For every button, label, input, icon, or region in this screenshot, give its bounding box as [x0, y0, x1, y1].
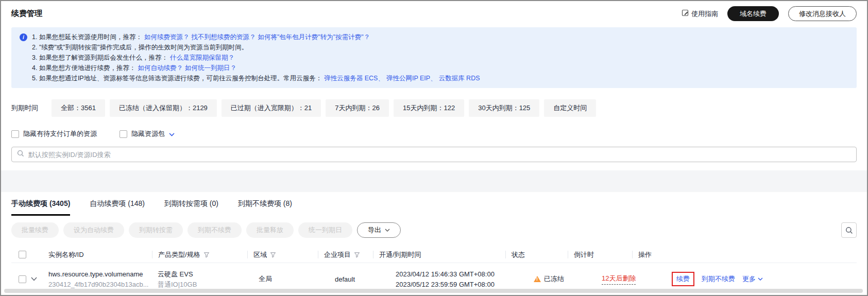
horizontal-scrollbar-track	[4, 289, 863, 293]
more-link[interactable]: 更多	[742, 274, 763, 284]
domain-renew-button[interactable]: 域名续费	[727, 6, 779, 21]
link-grace-retention-period[interactable]: 什么是宽限期保留期？	[170, 54, 234, 61]
header-region: 区域	[247, 251, 324, 258]
notice-banner: i 1. 如果您想延长资源使用时间，推荐：如何续费资源？找不到想续费的资源？如何…	[11, 27, 857, 88]
chip-expire-15-days[interactable]: 15天内到期：122	[394, 99, 464, 117]
expiry-filter-chips: 全部：3561 已冻结（进入保留期）：2129 已过期（进入宽限期）：21 7天…	[52, 99, 596, 117]
hide-resource-package-checkbox[interactable]: 隐藏资源包	[120, 129, 175, 138]
notice-separator: 、	[378, 75, 384, 82]
renewal-table: 实例名称/ID 产品类型/规格 区域 企业项目 开通/到期时间	[11, 247, 857, 295]
batch-release-button[interactable]: 批量释放	[246, 222, 294, 238]
table-search-button[interactable]	[841, 222, 857, 238]
chevron-down-icon	[385, 229, 390, 232]
search-icon	[17, 150, 24, 159]
search-icon	[845, 227, 853, 234]
chip-custom-time[interactable]: 自定义时间	[544, 99, 596, 117]
hide-pending-orders-checkbox[interactable]: 隐藏有待支付订单的资源	[11, 129, 97, 138]
row-checkbox[interactable]	[11, 275, 31, 283]
chip-expire-30-days[interactable]: 30天内到期：125	[469, 99, 539, 117]
hide-pending-orders-label: 隐藏有待支付订单的资源	[23, 129, 97, 138]
warning-icon	[534, 276, 541, 282]
link-rds-console[interactable]: 云数据库 RDS	[439, 75, 480, 82]
expiry-filter-label: 到期时间	[11, 103, 38, 113]
expiry-filter-row: 到期时间 全部：3561 已冻结（进入保留期）：2129 已过期（进入宽限期）：…	[11, 99, 857, 117]
tab-auto-renewal[interactable]: 自动续费项 (148)	[90, 199, 145, 216]
notice-line-5: 5. 如果您想通过IP地址、资源标签等信息筛选资源进行续费，可前往云服务控制台处…	[32, 73, 848, 83]
chip-all[interactable]: 全部：3561	[52, 99, 105, 117]
link-cannot-find-resource[interactable]: 找不到想续费的资源？	[191, 33, 256, 41]
link-ecs-console[interactable]: 弹性云服务器 ECS	[324, 75, 378, 82]
modify-message-receiver-button[interactable]: 修改消息接收人	[788, 6, 857, 21]
region-cell: 全局	[259, 274, 335, 284]
export-label: 导出	[368, 225, 381, 235]
tab-no-renewal[interactable]: 到期不续费项 (8)	[238, 199, 292, 216]
chevron-down-icon	[758, 277, 763, 281]
horizontal-scrollbar[interactable]	[4, 289, 863, 293]
row-expand-toggle[interactable]	[31, 277, 48, 281]
header-status: 状态	[505, 251, 573, 258]
renew-link[interactable]: 续费	[676, 275, 690, 283]
hide-options-row: 隐藏有待支付订单的资源 隐藏资源包	[11, 129, 857, 138]
table-header-row: 实例名称/ID 产品类型/规格 区域 企业项目 开通/到期时间	[11, 247, 857, 263]
instance-name-cell: hws.resource.type.volumename 230412_4fb1…	[48, 270, 158, 289]
header-product-type: 产品类型/规格	[152, 251, 253, 258]
info-icon: i	[20, 33, 27, 41]
product-spec: 普通IO|10GB	[158, 280, 197, 289]
chip-expired-grace[interactable]: 已过期（进入宽限期）：21	[222, 99, 321, 117]
product-type: 云硬盘 EVS	[158, 270, 197, 278]
enterprise-project-cell: default	[335, 275, 396, 283]
link-yearly-to-ondemand[interactable]: 如何将"包年包月计费"转为"按需计费"？	[258, 33, 370, 41]
notice-line-2: 2. "续费"或"到期转按需"操作完成后，操作的生效时间为资源当前到期时间。	[32, 42, 848, 53]
status-badge: 已冻结	[544, 274, 564, 284]
chevron-down-icon	[31, 277, 37, 281]
notice-text: 1. 如果您想延长资源使用时间，推荐：	[32, 33, 142, 41]
usage-guide-link[interactable]: 使用指南	[682, 9, 718, 19]
link-unify-expiry-date[interactable]: 如何统一到期日？	[185, 64, 236, 72]
renewal-list-card: 手动续费项 (3405) 自动续费项 (148) 到期转按需项 (0) 到期不续…	[1, 192, 867, 295]
chip-expire-7-days[interactable]: 7天内到期：26	[326, 99, 389, 117]
tab-manual-renewal[interactable]: 手动续费项 (3405)	[11, 199, 70, 216]
filter-funnel-icon[interactable]	[354, 252, 360, 258]
top-bar: 续费管理 使用指南 域名续费 修改消息接收人	[1, 1, 867, 25]
link-eip-console[interactable]: 弹性公网IP EIP	[386, 75, 430, 82]
notice-text: 4. 如果您想方便地进行续费，推荐：	[32, 64, 135, 72]
usage-guide-label: 使用指南	[691, 9, 718, 19]
chevron-down-icon[interactable]	[169, 129, 175, 138]
open-time: 2023/04/12 15:46:33 GMT+08:00	[396, 270, 495, 278]
set-auto-renew-button[interactable]: 设为自动续费	[63, 222, 124, 238]
filter-funnel-icon[interactable]	[270, 252, 276, 258]
status-cell: 已冻结	[534, 274, 602, 284]
notice-text: 2. "续费"或"到期转按需"操作完成后，操作的生效时间为资源当前到期时间。	[32, 44, 248, 51]
header-countdown: 倒计时	[568, 251, 638, 258]
countdown-text[interactable]: 12天后删除	[602, 274, 636, 285]
chip-frozen-retention[interactable]: 已冻结（进入保留期）：2129	[110, 99, 217, 117]
hide-resource-package-label: 隐藏资源包	[131, 129, 165, 138]
page-title: 续费管理	[11, 9, 42, 19]
no-renew-link[interactable]: 到期不续费	[702, 274, 735, 284]
top-bar-actions: 使用指南 域名续费 修改消息接收人	[682, 6, 857, 21]
notice-text: 3. 如果您想了解资源到期后会发生什么，推荐：	[32, 54, 168, 61]
link-auto-renew[interactable]: 如何自动续费？	[138, 64, 183, 72]
link-how-to-renew[interactable]: 如何续费资源？	[144, 33, 190, 41]
more-label: 更多	[742, 274, 756, 284]
instance-id: 230412_4fb17d90b2304b13acb...	[48, 280, 148, 289]
section-divider-band	[1, 170, 867, 192]
unify-expiry-date-button[interactable]: 统一到期日	[298, 222, 352, 238]
notice-separator: 、	[430, 75, 437, 82]
checkbox[interactable]	[11, 130, 19, 138]
filter-funnel-icon[interactable]	[203, 252, 210, 258]
no-renew-button[interactable]: 到期不续费	[188, 222, 242, 238]
tab-change-to-ondemand[interactable]: 到期转按需项 (0)	[164, 199, 218, 216]
export-button[interactable]: 导出	[357, 222, 401, 238]
notice-text: 5. 如果您想通过IP地址、资源标签等信息筛选资源进行续费，可前往云服务控制台处…	[32, 75, 322, 82]
notice-line-1: 1. 如果您想延长资源使用时间，推荐：如何续费资源？找不到想续费的资源？如何将"…	[32, 32, 848, 42]
expiry-time: 2023/05/12 23:59:59 GMT+08:00	[396, 280, 495, 289]
change-to-ondemand-button[interactable]: 到期转按需	[129, 222, 183, 238]
table-toolbar: 批量续费 设为自动续费 到期转按需 到期不续费 批量释放 统一到期日 导出	[11, 222, 857, 238]
batch-renew-button[interactable]: 批量续费	[11, 222, 59, 238]
select-all-checkbox[interactable]	[11, 251, 31, 258]
guide-doc-icon	[682, 9, 689, 18]
checkbox[interactable]	[120, 130, 127, 138]
search-input[interactable]	[28, 151, 851, 159]
operation-cell: 续费 到期不续费 更多	[672, 272, 857, 286]
